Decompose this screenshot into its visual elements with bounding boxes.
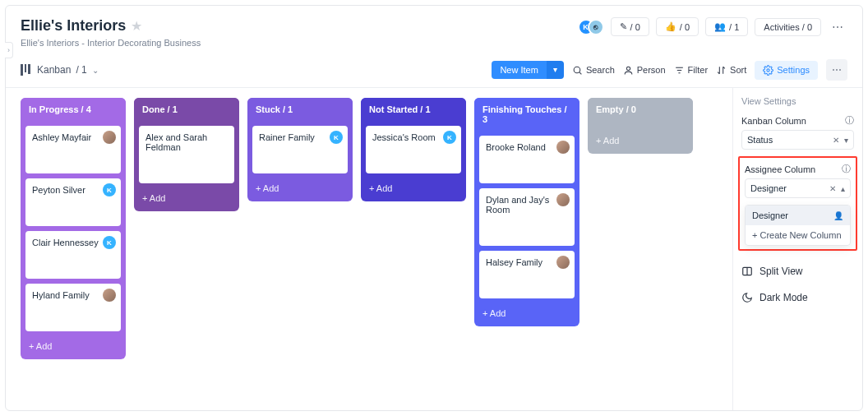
chevron-up-icon: ▴ [841,184,845,193]
chat-counter[interactable]: ✎ / 0 [611,17,649,36]
add-card-button[interactable]: + Add [361,178,466,201]
kanban-column-select[interactable]: Status ✕▾ [741,130,854,150]
sidebar-expand-handle[interactable]: › [5,42,13,58]
kanban-card[interactable]: Rainer FamilyK [252,126,348,173]
assignee-avatar: K [443,131,456,144]
people-icon: 👥 [714,21,726,32]
view-count: / 1 [76,64,86,76]
assignee-avatar [556,141,570,154]
view-settings-heading: View Settings [741,96,854,106]
kanban-card[interactable]: Dylan and Jay's Room [479,188,575,246]
person-label: Person [637,65,666,75]
page-title: Ellie's Interiors [21,17,126,35]
column-header[interactable]: Stuck / 1 [247,98,353,121]
kanban-card[interactable]: Ashley Mayfair [25,126,121,173]
kanban-column-stuck: Stuck / 1Rainer FamilyK+ Add [247,98,353,201]
info-icon[interactable]: ⓘ [842,163,851,175]
settings-label: Settings [777,65,810,75]
dropdown-create-label: + Create New Column [752,230,842,240]
activities-button[interactable]: Activities / 0 [755,18,821,36]
svg-line-1 [579,72,582,74]
column-header[interactable]: In Progress / 4 [21,98,126,121]
sort-label: Sort [730,65,746,75]
column-header[interactable]: Done / 1 [134,98,239,121]
assignee-avatar: K [103,236,116,249]
svg-point-2 [626,67,630,70]
add-card-button[interactable]: + Add [247,178,353,201]
assignee-avatar [103,131,116,144]
people-counter[interactable]: 👥 / 1 [705,17,748,36]
column-header[interactable]: Not Started / 1 [361,98,466,121]
assignee-avatar: K [103,183,116,196]
add-card-button[interactable]: + Add [474,303,579,326]
kanban-card[interactable]: Brooke Roland [479,136,575,183]
svg-point-0 [574,67,580,73]
card-title: Peyton Silver [32,185,114,195]
toolbar-more-icon[interactable]: ⋯ [826,59,847,81]
dark-mode-toggle[interactable]: Dark Mode [741,285,854,303]
kanban-card[interactable]: Halsey Family [479,251,575,298]
gear-icon [763,65,773,76]
add-card-button[interactable]: + Add [21,336,126,359]
sort-icon [716,65,727,76]
assignee-column-label: Assignee Column [745,164,815,174]
column-header[interactable]: Empty / 0 [588,98,693,121]
card-title: Hyland Family [32,290,114,300]
split-view-toggle[interactable]: Split View [741,259,854,277]
chat-icon: ✎ [620,21,627,32]
like-counter[interactable]: 👍 / 0 [656,17,699,36]
person-filter-button[interactable]: Person [623,65,666,76]
more-menu-icon[interactable]: ⋯ [828,21,847,34]
settings-button[interactable]: Settings [755,61,818,80]
add-card-button[interactable]: + Add [134,188,239,211]
dark-mode-label: Dark Mode [760,292,808,303]
kanban-card[interactable]: Alex and Sarah Feldman [139,126,234,183]
split-view-label: Split View [760,266,802,277]
dropdown-create-column[interactable]: + Create New Column [746,225,850,245]
view-switcher[interactable]: Kanban / 1 ⌄ [21,64,99,76]
filter-button[interactable]: Filter [674,65,708,76]
card-title: Clair Hennessey [32,238,114,247]
assignee-avatar [556,193,570,206]
clear-icon[interactable]: ✕ [829,184,836,193]
kanban-column-label: Kanban Column [741,116,806,126]
view-label: Kanban [37,64,71,76]
kanban-card[interactable]: Peyton SilverK [25,178,121,226]
assignee-column-section-highlighted: Assignee Column ⓘ Designer ✕▴ Designer 👤 [738,156,857,251]
sort-button[interactable]: Sort [716,65,746,76]
info-icon[interactable]: ⓘ [845,114,854,127]
card-title: Ashley Mayfair [32,132,114,142]
new-item-label: New Item [492,61,546,79]
kanban-card[interactable]: Clair HennesseyK [25,231,121,279]
assignee-dropdown: Designer 👤 + Create New Column [745,205,851,246]
star-icon[interactable]: ★ [131,18,142,34]
like-count: / 0 [680,22,690,32]
search-button[interactable]: Search [572,65,615,76]
kanban-card[interactable]: Hyland Family [25,284,121,331]
filter-label: Filter [688,65,708,75]
kanban-icon [21,64,32,76]
new-item-dropdown-toggle[interactable]: ▾ [547,61,564,79]
person-icon: 👤 [833,211,843,220]
assignee-avatar [556,256,570,269]
card-title: Alex and Sarah Feldman [145,132,228,152]
presence-badge-s: ⎋ [588,19,604,35]
kanban-column-value: Status [747,135,773,145]
column-header[interactable]: Finishing Touches / 3 [474,98,579,131]
clear-icon[interactable]: ✕ [833,136,839,145]
dropdown-option-designer[interactable]: Designer 👤 [746,206,850,225]
svg-point-6 [767,68,769,71]
add-card-button[interactable]: + Add [588,131,693,154]
presence-avatars[interactable]: K ⎋ [578,19,604,35]
card-title: Dylan and Jay's Room [486,195,568,215]
new-item-button[interactable]: New Item ▾ [492,61,563,79]
assignee-column-select[interactable]: Designer ✕▴ [745,178,851,198]
search-label: Search [586,65,615,75]
card-title: Jessica's Room [372,132,455,142]
kanban-board: In Progress / 4Ashley MayfairPeyton Silv… [6,88,732,410]
kanban-card[interactable]: Jessica's RoomK [366,126,461,173]
chevron-down-icon: ▾ [844,136,848,145]
search-icon [572,65,583,76]
kanban-column-in_progress: In Progress / 4Ashley MayfairPeyton Silv… [21,98,126,359]
dropdown-option-label: Designer [752,210,788,220]
